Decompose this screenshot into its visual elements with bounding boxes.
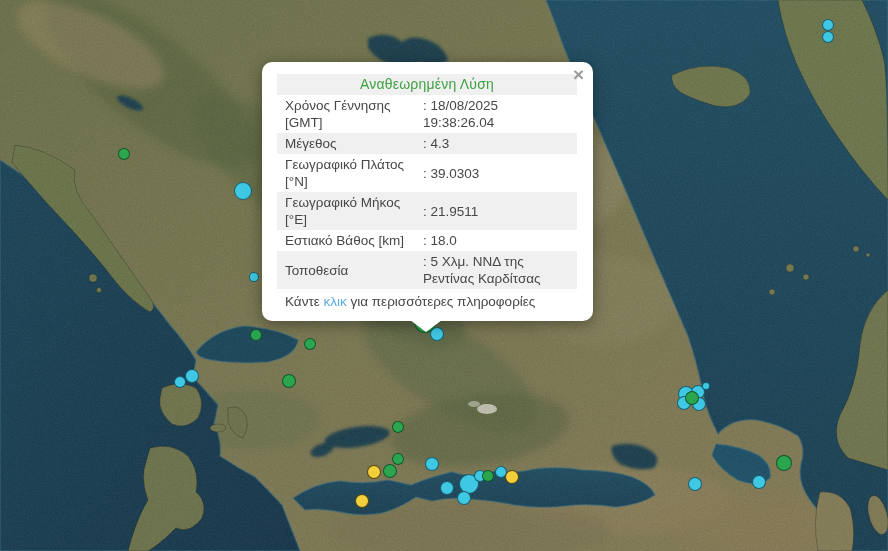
popup-row-value: : 18.0 bbox=[415, 230, 577, 251]
more-info-link[interactable]: κλικ bbox=[324, 294, 347, 309]
popup-row-value: : 18/08/2025 19:38:26.04 bbox=[415, 95, 577, 133]
earthquake-marker[interactable] bbox=[457, 491, 471, 505]
popup-footer: Κάντε κλικ για περισσότερες πληροφορίες bbox=[277, 289, 577, 311]
popup-row-value: : 21.9511 bbox=[415, 192, 577, 230]
popup-row: Χρόνος Γέννησης [GMT]: 18/08/2025 19:38:… bbox=[277, 95, 577, 133]
earthquake-marker[interactable] bbox=[425, 457, 439, 471]
earthquake-marker[interactable] bbox=[304, 338, 316, 350]
earthquake-marker[interactable] bbox=[822, 19, 834, 31]
popup-row-value: : 5 Χλμ. ΝΝΔ της Ρεντίνας Καρδίτσας bbox=[415, 251, 577, 289]
earthquake-marker[interactable] bbox=[776, 455, 792, 471]
popup-row: Εστιακό Βάθος [km]: 18.0 bbox=[277, 230, 577, 251]
earthquake-marker[interactable] bbox=[392, 421, 404, 433]
map-canvas[interactable]: × Αναθεωρημένη Λύση Χρόνος Γέννησης [GMT… bbox=[0, 0, 888, 551]
earthquake-marker[interactable] bbox=[688, 477, 702, 491]
popup-row-value: : 4.3 bbox=[415, 133, 577, 154]
earthquake-popup: × Αναθεωρημένη Λύση Χρόνος Γέννησης [GMT… bbox=[262, 62, 593, 321]
popup-row-value: : 39.0303 bbox=[415, 154, 577, 192]
earthquake-marker[interactable] bbox=[505, 470, 519, 484]
earthquake-marker[interactable] bbox=[752, 475, 766, 489]
popup-close-icon[interactable]: × bbox=[573, 65, 584, 84]
earthquake-marker[interactable] bbox=[392, 453, 404, 465]
popup-pointer bbox=[410, 320, 442, 332]
earthquake-marker[interactable] bbox=[174, 376, 186, 388]
popup-row: Τοποθεσία: 5 Χλμ. ΝΝΔ της Ρεντίνας Καρδί… bbox=[277, 251, 577, 289]
popup-row-label: Γεωγραφικό Μήκος [°E] bbox=[277, 192, 415, 230]
earthquake-marker[interactable] bbox=[249, 272, 259, 282]
popup-row: Μέγεθος: 4.3 bbox=[277, 133, 577, 154]
earthquake-marker[interactable] bbox=[355, 494, 369, 508]
earthquake-marker[interactable] bbox=[440, 481, 454, 495]
earthquake-marker[interactable] bbox=[118, 148, 130, 160]
popup-row-label: Τοποθεσία bbox=[277, 251, 415, 289]
earthquake-marker[interactable] bbox=[702, 382, 710, 390]
popup-row: Γεωγραφικό Μήκος [°E]: 21.9511 bbox=[277, 192, 577, 230]
popup-title: Αναθεωρημένη Λύση bbox=[277, 74, 577, 95]
popup-row-label: Χρόνος Γέννησης [GMT] bbox=[277, 95, 415, 133]
popup-row-label: Εστιακό Βάθος [km] bbox=[277, 230, 415, 251]
popup-details-table: Χρόνος Γέννησης [GMT]: 18/08/2025 19:38:… bbox=[277, 95, 577, 289]
earthquake-marker[interactable] bbox=[822, 31, 834, 43]
earthquake-marker[interactable] bbox=[482, 470, 494, 482]
popup-row-label: Γεωγραφικό Πλάτος [°N] bbox=[277, 154, 415, 192]
earthquake-marker[interactable] bbox=[185, 369, 199, 383]
earthquake-marker[interactable] bbox=[282, 374, 296, 388]
popup-row: Γεωγραφικό Πλάτος [°N]: 39.0303 bbox=[277, 154, 577, 192]
earthquake-marker[interactable] bbox=[250, 329, 262, 341]
earthquake-marker[interactable] bbox=[685, 391, 699, 405]
earthquake-marker[interactable] bbox=[367, 465, 381, 479]
earthquake-marker[interactable] bbox=[383, 464, 397, 478]
footer-text-prefix: Κάντε bbox=[285, 294, 324, 309]
earthquake-marker[interactable] bbox=[234, 182, 252, 200]
popup-row-label: Μέγεθος bbox=[277, 133, 415, 154]
footer-text-suffix: για περισσότερες πληροφορίες bbox=[347, 294, 536, 309]
